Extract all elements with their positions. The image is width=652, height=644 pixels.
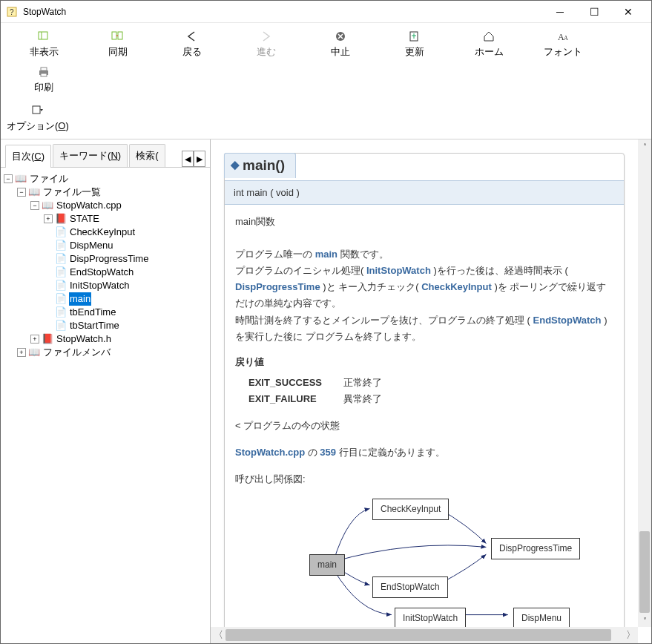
- app-icon: ?: [7, 6, 19, 18]
- font-icon: AA: [556, 29, 570, 44]
- graph-node-endstopwatch[interactable]: EndStopWatch: [372, 576, 448, 597]
- doc-para: 時間計測を終了するとメインループを抜け、プログラムの終了処理 ( EndStop…: [235, 312, 613, 345]
- tree-item-filelist[interactable]: ファイル一覧: [42, 185, 102, 199]
- toolbar-stop[interactable]: 中止: [303, 26, 378, 62]
- home-icon: [481, 29, 496, 44]
- toolbar-print[interactable]: 印刷: [7, 62, 81, 97]
- window-title: StopWatch: [23, 7, 543, 17]
- scroll-right-icon[interactable]: 〉: [623, 627, 638, 643]
- tree-toggle[interactable]: +: [44, 214, 53, 223]
- maximize-button[interactable]: ☐: [577, 1, 611, 23]
- tree-item-stopwatch-cpp[interactable]: StopWatch.cpp: [56, 199, 122, 212]
- graph-node-checkkeyinput[interactable]: CheckKeyInput: [372, 499, 449, 519]
- tree-item[interactable]: InitStopWatch: [69, 279, 130, 292]
- toolbar-back[interactable]: 戻る: [155, 26, 229, 62]
- graph-heading: 呼び出し関係図:: [235, 471, 613, 487]
- tree-toggle[interactable]: −: [17, 188, 26, 197]
- link-main[interactable]: main: [315, 249, 337, 260]
- link-line[interactable]: 359: [320, 447, 336, 458]
- scroll-thumb[interactable]: [639, 531, 650, 613]
- call-graph: main CheckKeyInput DispProgressTime EndS…: [235, 495, 613, 627]
- tabs-scroll-right[interactable]: ▶: [194, 151, 205, 167]
- left-pane: 目次(C) キーワード(N) 検索( ◀ ▶ −📖ファイル −📖ファイル一覧 −…: [1, 139, 211, 643]
- page-icon: 📄: [55, 227, 67, 237]
- svg-rect-4: [112, 32, 116, 39]
- tree-item[interactable]: EndStopWatch: [69, 266, 134, 279]
- svg-text:A: A: [564, 35, 568, 42]
- svg-rect-11: [41, 68, 47, 70]
- link-endstopwatch[interactable]: EndStopWatch: [533, 315, 602, 326]
- sync-icon: [111, 29, 125, 44]
- toolbar-hide[interactable]: 非表示: [7, 26, 81, 62]
- scroll-thumb[interactable]: [225, 629, 611, 641]
- horizontal-scrollbar[interactable]: 〈 〉: [211, 627, 638, 643]
- tree-item[interactable]: DispMenu: [69, 239, 114, 252]
- tree-item[interactable]: tbStartTime: [69, 319, 120, 332]
- svg-rect-12: [41, 73, 47, 76]
- doc-title-tab: ◆main(): [224, 153, 296, 178]
- graph-node-initstopwatch[interactable]: InitStopWatch: [395, 608, 466, 627]
- page-icon: 📄: [55, 321, 67, 331]
- toolbar: 非表示 同期 戻る 進む 中止 更新 ホーム AAフォント 印刷: [1, 23, 651, 100]
- doc-card: ◆main() int main ( void ) main関数 プログラム唯一…: [224, 153, 625, 627]
- scroll-down-icon[interactable]: ˅: [638, 614, 651, 627]
- graph-node-dispprogresstime[interactable]: DispProgressTime: [491, 538, 580, 559]
- closed-book-icon: 📕: [55, 214, 67, 224]
- tab-keyword[interactable]: キーワード(N): [53, 144, 128, 167]
- tree-view: −📖ファイル −📖ファイル一覧 −📖StopWatch.cpp +📕STATE …: [1, 168, 210, 643]
- minimize-button[interactable]: ─: [543, 1, 577, 23]
- close-button[interactable]: ✕: [611, 1, 645, 23]
- tree-item[interactable]: tbEndTime: [69, 306, 116, 319]
- return-table: EXIT_SUCCESS正常終了 EXIT_FAILURE異常終了: [248, 375, 613, 407]
- link-file[interactable]: StopWatch.cpp: [235, 447, 305, 458]
- doc-para: プログラム唯一の main 関数です。: [235, 246, 613, 263]
- page-icon: 📄: [55, 240, 67, 251]
- page-icon: 📄: [55, 294, 67, 304]
- tab-contents[interactable]: 目次(C): [5, 145, 51, 168]
- page-icon: 📄: [55, 280, 67, 291]
- tree-item-filemember[interactable]: ファイルメンバ: [42, 346, 111, 359]
- forward-icon: [259, 29, 274, 44]
- tree-item-main[interactable]: main: [69, 292, 91, 306]
- vertical-scrollbar[interactable]: ˄ ˅: [638, 139, 651, 627]
- graph-node-main[interactable]: main: [309, 554, 345, 575]
- tree-item[interactable]: CheckKeyInput: [69, 226, 136, 239]
- page-icon: 📄: [55, 267, 67, 277]
- book-icon: 📖: [28, 347, 40, 358]
- tabs-scroll-left[interactable]: ◀: [182, 151, 194, 167]
- content-pane: ◆main() int main ( void ) main関数 プログラム唯一…: [211, 139, 651, 643]
- tab-search[interactable]: 検索(: [129, 144, 165, 167]
- scroll-left-icon[interactable]: 〈: [211, 627, 225, 643]
- tree-item-file[interactable]: ファイル: [29, 172, 69, 185]
- state-line: < プログラムの今の状態: [235, 418, 613, 434]
- toolbar-font[interactable]: AAフォント: [526, 26, 600, 62]
- toolbar-options[interactable]: オプション(O): [7, 100, 78, 136]
- graph-node-dispmenu[interactable]: DispMenu: [513, 608, 570, 627]
- book-icon: 📖: [15, 174, 27, 184]
- tree-toggle[interactable]: +: [30, 335, 39, 344]
- toolbar-sync[interactable]: 同期: [81, 26, 155, 62]
- toolbar-refresh[interactable]: 更新: [378, 26, 452, 62]
- svg-text:?: ?: [10, 8, 14, 16]
- book-icon: 📖: [42, 200, 53, 211]
- svg-rect-13: [33, 106, 40, 114]
- scroll-up-icon[interactable]: ˄: [638, 139, 651, 153]
- nav-tabs: 目次(C) キーワード(N) 検索( ◀ ▶: [1, 139, 210, 168]
- page-icon: 📄: [55, 307, 67, 318]
- tree-toggle[interactable]: −: [30, 201, 39, 210]
- link-checkkeyinput[interactable]: CheckKeyInput: [421, 281, 492, 292]
- tree-item-state[interactable]: STATE: [69, 212, 100, 226]
- tree-item-stopwatch-h[interactable]: StopWatch.h: [56, 332, 112, 346]
- print-icon: [36, 65, 51, 79]
- tree-toggle[interactable]: +: [17, 348, 26, 357]
- link-dispprogresstime[interactable]: DispProgressTime: [235, 281, 320, 292]
- tree-toggle[interactable]: −: [4, 174, 13, 183]
- link-initstopwatch[interactable]: InitStopWatch: [366, 265, 431, 276]
- tree-item[interactable]: DispProgressTime: [69, 252, 149, 266]
- stop-icon: [333, 29, 348, 44]
- toolbar-home[interactable]: ホーム: [452, 26, 526, 62]
- toolbar-row2: オプション(O): [1, 100, 651, 139]
- doc-para: main関数: [235, 214, 613, 230]
- book-icon: 📖: [28, 187, 40, 197]
- closed-book-icon: 📕: [42, 334, 53, 344]
